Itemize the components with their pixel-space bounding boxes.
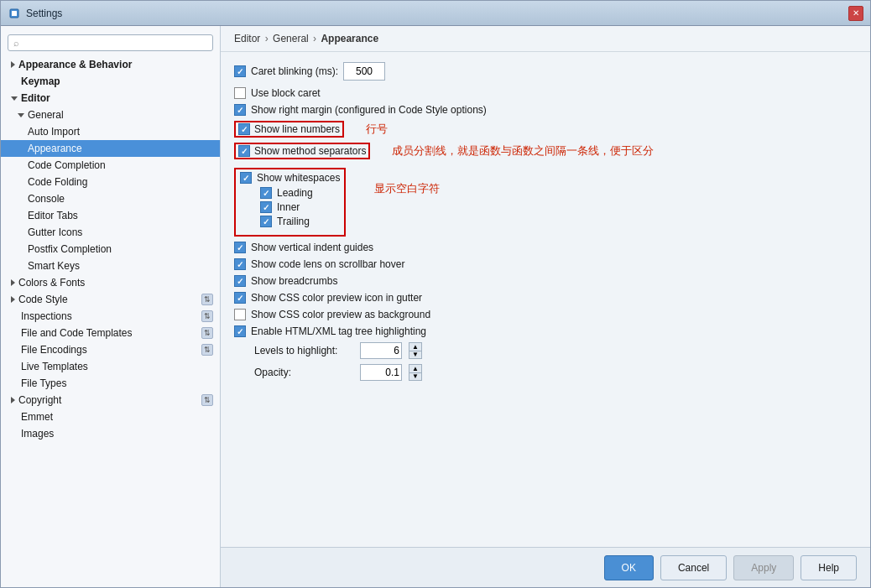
- show-right-margin-checkbox[interactable]: [234, 104, 246, 116]
- sidebar-label: Code Style: [18, 294, 68, 305]
- sidebar-item-console[interactable]: Console: [1, 190, 220, 207]
- opacity-label: Opacity:: [254, 367, 355, 378]
- show-code-lens-row: Show code lens on scrollbar hover: [234, 258, 857, 270]
- sidebar-label: General: [28, 109, 64, 121]
- levels-input[interactable]: [360, 342, 402, 359]
- sidebar-item-editor-tabs[interactable]: Editor Tabs: [1, 207, 220, 224]
- sidebar-item-gutter-icons[interactable]: Gutter Icons: [1, 224, 220, 241]
- sync-badge: ⇅: [201, 327, 213, 339]
- settings-content: Caret blinking (ms): Use block caret Sho…: [221, 52, 870, 547]
- sidebar-item-smart-keys[interactable]: Smart Keys: [1, 258, 220, 274]
- sidebar-label: Emmet: [21, 411, 53, 423]
- sidebar-item-keymap[interactable]: Keymap: [1, 73, 220, 90]
- show-right-margin-label: Show right margin (configured in Code St…: [251, 104, 487, 116]
- caret-blinking-checkbox[interactable]: [234, 65, 246, 77]
- caret-blinking-label: Caret blinking (ms):: [251, 65, 338, 77]
- sidebar-item-file-types[interactable]: File Types: [1, 375, 220, 392]
- search-input[interactable]: [23, 37, 207, 49]
- opacity-row: Opacity: ▲ ▼: [234, 364, 857, 381]
- sync-badge: ⇅: [201, 394, 213, 406]
- expand-icon: [18, 113, 24, 117]
- leading-row: Leading: [260, 187, 340, 199]
- sidebar-item-code-folding[interactable]: Code Folding: [1, 174, 220, 190]
- sync-badge: ⇅: [201, 310, 213, 322]
- apply-button[interactable]: Apply: [733, 555, 794, 580]
- sidebar-label: Copyright: [18, 394, 61, 406]
- levels-row: Levels to highlight: ▲ ▼: [234, 342, 857, 359]
- sidebar-label: Live Templates: [21, 361, 88, 372]
- breadcrumb: Editor › General › Appearance: [221, 26, 870, 52]
- show-line-numbers-row: Show line numbers 行号: [234, 121, 857, 138]
- sidebar-item-postfix-completion[interactable]: Postfix Completion: [1, 241, 220, 258]
- show-method-separators-checkbox[interactable]: [238, 145, 250, 157]
- sidebar-label: Code Folding: [28, 176, 87, 188]
- opacity-down-btn[interactable]: ▼: [409, 372, 422, 381]
- inner-row: Inner: [260, 201, 340, 213]
- show-method-separators-group: Show method separators: [234, 143, 370, 159]
- sidebar-label: Colors & Fonts: [18, 277, 85, 289]
- ok-button[interactable]: OK: [604, 555, 654, 580]
- levels-up-btn[interactable]: ▲: [409, 342, 422, 351]
- settings-icon: [8, 7, 21, 20]
- sidebar-item-copyright[interactable]: Copyright ⇅: [1, 392, 220, 408]
- opacity-input[interactable]: [360, 364, 402, 381]
- sidebar-item-editor[interactable]: Editor: [1, 90, 220, 107]
- show-breadcrumbs-row: Show breadcrumbs: [234, 275, 857, 287]
- sidebar-item-auto-import[interactable]: Auto Import: [1, 123, 220, 140]
- show-method-separators-row: Show method separators 成员分割线，就是函数与函数之间隔一…: [234, 143, 857, 159]
- sidebar-item-file-encodings[interactable]: File Encodings ⇅: [1, 341, 220, 358]
- show-line-numbers-checkbox[interactable]: [238, 123, 250, 135]
- title-bar: Settings ✕: [1, 1, 870, 26]
- sidebar-label: Console: [28, 193, 65, 205]
- show-css-bg-checkbox[interactable]: [234, 309, 246, 320]
- enable-html-label: Enable HTML/XML tag tree highlighting: [251, 325, 426, 337]
- sidebar-label: Keymap: [21, 75, 60, 87]
- show-line-numbers-annotation: 行号: [366, 122, 388, 137]
- use-block-caret-label: Use block caret: [251, 87, 321, 99]
- sidebar-item-appearance[interactable]: Appearance: [1, 140, 220, 157]
- leading-checkbox[interactable]: [260, 187, 272, 199]
- sidebar-item-appearance-behavior[interactable]: Appearance & Behavior: [1, 56, 220, 73]
- help-button[interactable]: Help: [801, 555, 857, 580]
- cancel-button[interactable]: Cancel: [660, 555, 727, 580]
- use-block-caret-checkbox[interactable]: [234, 87, 246, 99]
- sidebar-label: Gutter Icons: [28, 226, 82, 238]
- sidebar-label: Inspections: [21, 310, 72, 322]
- levels-label: Levels to highlight:: [254, 345, 355, 356]
- close-button[interactable]: ✕: [848, 6, 863, 21]
- show-css-icon-checkbox[interactable]: [234, 292, 246, 304]
- sidebar-item-code-completion[interactable]: Code Completion: [1, 157, 220, 174]
- sidebar-label: Editor: [21, 92, 50, 104]
- sidebar-item-live-templates[interactable]: Live Templates: [1, 358, 220, 375]
- sync-badge: ⇅: [201, 344, 213, 356]
- main-content: ⌕ Appearance & Behavior Keymap Editor: [1, 26, 870, 587]
- show-whitespaces-checkbox[interactable]: [240, 172, 252, 184]
- sidebar-item-inspections[interactable]: Inspections ⇅: [1, 308, 220, 325]
- sidebar-item-code-style[interactable]: Code Style ⇅: [1, 291, 220, 308]
- use-block-caret-row: Use block caret: [234, 87, 857, 99]
- expand-icon: [11, 296, 15, 303]
- enable-html-checkbox[interactable]: [234, 325, 246, 337]
- search-box[interactable]: ⌕: [8, 34, 213, 51]
- sidebar-item-colors-fonts[interactable]: Colors & Fonts: [1, 274, 220, 291]
- opacity-up-btn[interactable]: ▲: [409, 364, 422, 372]
- show-breadcrumbs-checkbox[interactable]: [234, 275, 246, 287]
- sidebar-item-general[interactable]: General: [1, 107, 220, 123]
- show-method-separators-annotation: 成员分割线，就是函数与函数之间隔一条线，便于区分: [392, 143, 654, 159]
- levels-down-btn[interactable]: ▼: [409, 351, 422, 359]
- inner-checkbox[interactable]: [260, 201, 272, 213]
- sidebar-item-file-code-templates[interactable]: File and Code Templates ⇅: [1, 325, 220, 341]
- show-css-icon-row: Show CSS color preview icon in gutter: [234, 292, 857, 304]
- show-vertical-indent-checkbox[interactable]: [234, 242, 246, 253]
- trailing-checkbox[interactable]: [260, 216, 272, 227]
- show-whitespaces-label: Show whitespaces: [257, 172, 340, 184]
- sidebar-item-images[interactable]: Images: [1, 425, 220, 442]
- show-whitespaces-row: Show whitespaces: [240, 172, 340, 184]
- sidebar-label: File Types: [21, 377, 66, 389]
- sidebar-item-emmet[interactable]: Emmet: [1, 408, 220, 425]
- show-code-lens-checkbox[interactable]: [234, 258, 246, 270]
- caret-blinking-input[interactable]: [343, 62, 385, 81]
- sidebar-label: Postfix Completion: [28, 243, 112, 255]
- show-css-bg-row: Show CSS color preview as background: [234, 309, 857, 320]
- show-css-icon-label: Show CSS color preview icon in gutter: [251, 292, 422, 304]
